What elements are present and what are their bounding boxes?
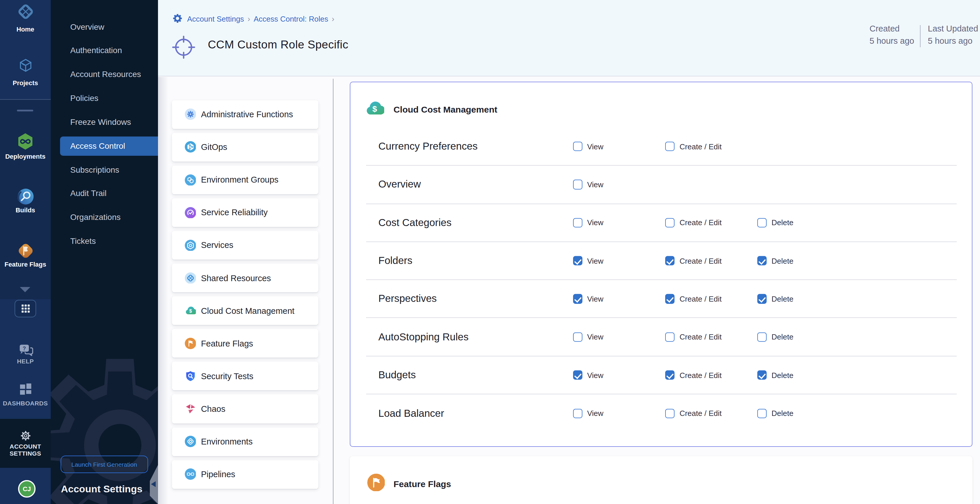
svg-text:?: ? [22, 345, 25, 351]
svg-text:$: $ [189, 309, 191, 314]
svg-text:$: $ [372, 104, 377, 113]
